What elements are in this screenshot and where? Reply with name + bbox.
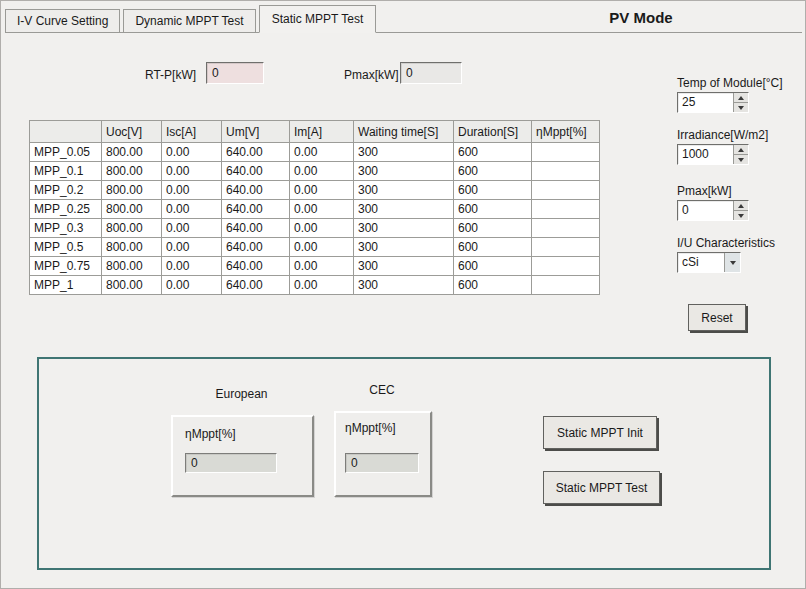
table-cell[interactable]: 800.00 — [102, 143, 162, 162]
increment-icon[interactable] — [734, 201, 748, 211]
table-cell[interactable] — [532, 200, 600, 219]
table-cell[interactable]: 0.00 — [162, 181, 222, 200]
table-cell[interactable]: 300 — [354, 143, 454, 162]
column-header: Uoc[V] — [102, 121, 162, 143]
table-cell[interactable]: 0.00 — [162, 162, 222, 181]
table-cell[interactable]: 0.00 — [290, 238, 354, 257]
table-cell[interactable]: 0.00 — [290, 200, 354, 219]
table-cell[interactable]: 800.00 — [102, 276, 162, 295]
increment-icon[interactable] — [734, 145, 748, 155]
table-cell[interactable]: 800.00 — [102, 219, 162, 238]
decrement-icon[interactable] — [734, 211, 748, 220]
table-cell[interactable]: 600 — [454, 257, 532, 276]
table-cell[interactable] — [532, 162, 600, 181]
table-cell[interactable] — [532, 257, 600, 276]
table-cell[interactable]: 0.00 — [290, 181, 354, 200]
pmax-stepper[interactable]: 0 — [677, 200, 749, 221]
irradiance-stepper[interactable]: 1000 — [677, 144, 749, 165]
table-cell[interactable]: 0.00 — [290, 162, 354, 181]
table-cell[interactable]: 0.00 — [290, 143, 354, 162]
static-mppt-init-button[interactable]: Static MPPT Init — [543, 416, 657, 449]
cec-groupbox: ηMppt[%] 0 — [334, 411, 432, 497]
row-label-cell: MPP_1 — [30, 276, 102, 295]
table-cell[interactable]: 640.00 — [222, 238, 290, 257]
table-cell[interactable]: 600 — [454, 200, 532, 219]
pmax-value[interactable]: 0 — [682, 202, 731, 219]
table-cell[interactable]: 0.00 — [162, 200, 222, 219]
table-cell[interactable]: 800.00 — [102, 200, 162, 219]
temp-stepper[interactable]: 25 — [677, 92, 749, 113]
pmax-indicator-label: Pmax[kW] — [344, 68, 399, 82]
table-cell[interactable] — [532, 238, 600, 257]
table-cell[interactable]: 0.00 — [290, 257, 354, 276]
table-cell[interactable]: 300 — [354, 276, 454, 295]
table-cell[interactable]: 640.00 — [222, 200, 290, 219]
table-row: MPP_1800.000.00640.000.00300600 — [30, 276, 600, 295]
decrement-icon[interactable] — [734, 103, 748, 112]
chevron-down-icon[interactable] — [724, 253, 740, 272]
tab-iv-curve-setting[interactable]: I-V Curve Setting — [5, 9, 120, 32]
column-header: ηMppt[%] — [532, 121, 600, 143]
table-cell[interactable]: 800.00 — [102, 257, 162, 276]
table-row: MPP_0.2800.000.00640.000.00300600 — [30, 181, 600, 200]
table-cell[interactable]: 300 — [354, 257, 454, 276]
table-cell[interactable]: 600 — [454, 219, 532, 238]
column-header: Um[V] — [222, 121, 290, 143]
column-header: Waiting time[S] — [354, 121, 454, 143]
table-cell[interactable]: 300 — [354, 219, 454, 238]
iu-characteristics-value: cSi — [682, 254, 723, 271]
row-label-cell: MPP_0.1 — [30, 162, 102, 181]
table-cell[interactable]: 0.00 — [162, 143, 222, 162]
table-cell[interactable]: 300 — [354, 200, 454, 219]
table-cell[interactable] — [532, 143, 600, 162]
cec-title: CEC — [333, 383, 431, 397]
table-cell[interactable]: 0.00 — [290, 219, 354, 238]
table-header-row: Uoc[V]Isc[A]Um[V]Im[A]Waiting time[S]Dur… — [30, 121, 600, 143]
table-cell[interactable]: 0.00 — [290, 276, 354, 295]
table-row: MPP_0.3800.000.00640.000.00300600 — [30, 219, 600, 238]
pmax-control-label: Pmax[kW] — [677, 184, 732, 198]
table-cell[interactable]: 300 — [354, 238, 454, 257]
table-cell[interactable]: 600 — [454, 181, 532, 200]
table-cell[interactable]: 600 — [454, 276, 532, 295]
reset-button[interactable]: Reset — [688, 304, 746, 331]
table-cell[interactable]: 640.00 — [222, 257, 290, 276]
rtp-label: RT-P[kW] — [145, 68, 196, 82]
table-cell[interactable]: 800.00 — [102, 181, 162, 200]
table-cell[interactable] — [532, 181, 600, 200]
decrement-icon[interactable] — [734, 155, 748, 164]
table-cell[interactable]: 0.00 — [162, 219, 222, 238]
table-cell[interactable]: 600 — [454, 143, 532, 162]
european-eta-indicator: 0 — [185, 453, 277, 473]
table-row: MPP_0.25800.000.00640.000.00300600 — [30, 200, 600, 219]
table-cell[interactable]: 800.00 — [102, 162, 162, 181]
temp-value[interactable]: 25 — [682, 94, 731, 111]
table-cell[interactable]: 0.00 — [162, 257, 222, 276]
irradiance-value[interactable]: 1000 — [682, 146, 731, 163]
tab-static-mppt-test[interactable]: Static MPPT Test — [259, 5, 377, 33]
column-header: Duration[S] — [454, 121, 532, 143]
table-cell[interactable]: 0.00 — [162, 238, 222, 257]
table-cell[interactable] — [532, 219, 600, 238]
table-row: MPP_0.75800.000.00640.000.00300600 — [30, 257, 600, 276]
table-cell[interactable]: 300 — [354, 181, 454, 200]
temp-label: Temp of Module[°C] — [677, 76, 783, 90]
table-cell[interactable] — [532, 276, 600, 295]
table-cell[interactable]: 300 — [354, 162, 454, 181]
table-cell[interactable]: 0.00 — [162, 276, 222, 295]
table-cell[interactable]: 640.00 — [222, 276, 290, 295]
table-cell[interactable]: 640.00 — [222, 181, 290, 200]
table-cell[interactable]: 640.00 — [222, 219, 290, 238]
table-cell[interactable]: 640.00 — [222, 143, 290, 162]
table-cell[interactable]: 640.00 — [222, 162, 290, 181]
tab-dynamic-mppt-test[interactable]: Dynamic MPPT Test — [123, 9, 255, 32]
iu-characteristics-select[interactable]: cSi — [677, 252, 741, 273]
table-cell[interactable]: 800.00 — [102, 238, 162, 257]
irradiance-spin-buttons — [733, 145, 748, 164]
pv-mode-window: I-V Curve Setting Dynamic MPPT Test Stat… — [0, 0, 806, 589]
table-cell[interactable]: 600 — [454, 238, 532, 257]
increment-icon[interactable] — [734, 93, 748, 103]
cec-eta-indicator: 0 — [345, 453, 419, 473]
table-cell[interactable]: 600 — [454, 162, 532, 181]
static-mppt-test-button[interactable]: Static MPPT Test — [543, 471, 660, 504]
